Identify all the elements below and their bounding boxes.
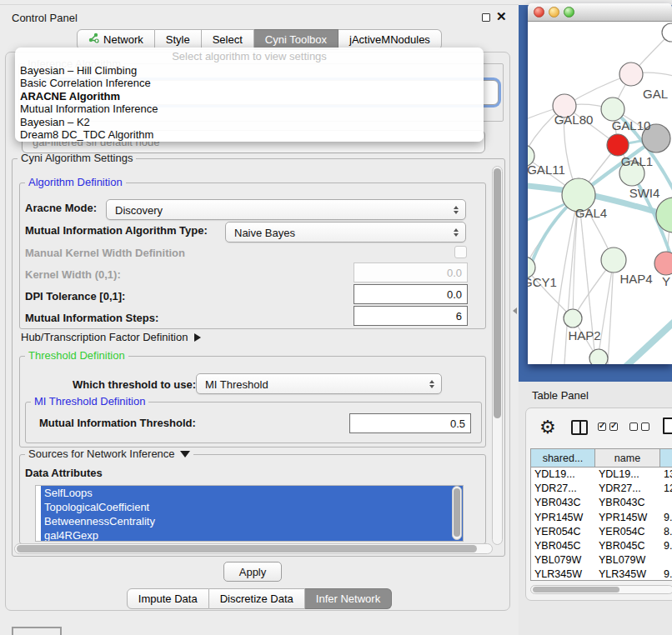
settings-horizontal-scrollbar[interactable]: [14, 543, 493, 554]
table-cell: YPR145W: [531, 511, 595, 525]
network-node[interactable]: [662, 23, 672, 42]
table-cell: 9.: [660, 539, 672, 553]
network-canvas[interactable]: GALGAL80GAL10GAL1GAL11SWI4GAL4GCY1HAP4YH…: [528, 22, 672, 364]
algorithm-option-mutual-information-inference[interactable]: Mutual Information Inference: [15, 102, 484, 115]
table-cell: 9.: [660, 511, 672, 525]
control-panel-title: Control Panel: [12, 12, 78, 24]
mi-threshold-group-title: MI Threshold Definition: [31, 395, 148, 408]
algorithm-option-dream8-dc-tdc-algorithm[interactable]: Dream8 DC_TDC Algorithm: [15, 128, 484, 141]
combo-arrows-icon: [429, 380, 434, 388]
deselect-all-icon[interactable]: [629, 422, 649, 431]
new-table-icon[interactable]: [663, 418, 672, 434]
mi-type-combo[interactable]: Naive Bayes: [225, 222, 466, 242]
algorithm-dropdown-popup: Select algorithm to view settings Bayesi…: [15, 48, 484, 142]
float-icon[interactable]: [482, 13, 490, 22]
settings-vertical-scrollbar[interactable]: [492, 166, 503, 545]
tab-discretize-data[interactable]: Discretize Data: [209, 588, 305, 609]
collapse-down-icon[interactable]: [180, 451, 190, 458]
dpi-tolerance-field[interactable]: 0.0: [354, 284, 468, 304]
tab-infer-network[interactable]: Infer Network: [305, 588, 392, 609]
network-node-gal10[interactable]: [601, 98, 624, 121]
table-cell: YBR043C: [531, 496, 595, 510]
sources-title: Sources for Network Inference: [25, 448, 193, 460]
network-node[interactable]: [589, 349, 608, 364]
close-button[interactable]: [534, 7, 544, 18]
table-row[interactable]: YBR043CYBR043C: [531, 496, 672, 510]
kernel-width-field[interactable]: 0.0: [354, 262, 468, 282]
table-row[interactable]: YDL19...YDL19...13: [531, 468, 672, 482]
which-threshold-combo[interactable]: MI Threshold: [196, 373, 442, 394]
network-node-label: SWI4: [629, 186, 660, 200]
mi-threshold-field[interactable]: 0.5: [349, 413, 471, 433]
network-view-window[interactable]: GALGAL80GAL10GAL1GAL11SWI4GAL4GCY1HAP4YH…: [528, 3, 672, 364]
network-icon: [88, 30, 99, 50]
hub-definition-expander[interactable]: Hub/Transcription Factor Definition: [21, 331, 201, 343]
column-header-2[interactable]: [660, 449, 672, 468]
network-node-hap4[interactable]: [601, 248, 626, 272]
scrollbar-thumb[interactable]: [17, 545, 477, 552]
scrollbar-thumb[interactable]: [533, 587, 619, 592]
table-row[interactable]: YLR345WYLR345W9.: [531, 568, 672, 581]
column-layout-icon[interactable]: [571, 420, 588, 435]
scrollbar-thumb[interactable]: [454, 488, 460, 537]
aracne-mode-combo[interactable]: Discovery: [106, 199, 466, 220]
attribute-list-scrollbar[interactable]: [452, 486, 462, 540]
table-horizontal-scrollbar[interactable]: [530, 585, 672, 594]
hub-definition-label: Hub/Transcription Factor Definition: [21, 331, 188, 343]
close-icon[interactable]: ✕: [496, 9, 507, 24]
network-node-gal1[interactable]: [607, 134, 629, 156]
algorithm-option-bayesian-hill-climbing[interactable]: Bayesian – Hill Climbing: [15, 64, 484, 77]
which-threshold-label: Which threshold to use:: [73, 378, 196, 391]
attribute-item-selfloops[interactable]: SelfLoops: [41, 486, 463, 500]
apply-button[interactable]: Apply: [223, 562, 282, 582]
mi-type-label: Mutual Information Algorithm Type:: [25, 224, 208, 237]
table-row[interactable]: YBR045CYBR045C9.: [531, 539, 672, 553]
tab-impute-data[interactable]: Impute Data: [127, 588, 209, 609]
manual-kernel-checkbox[interactable]: [454, 246, 467, 258]
control-panel-titlebar: Control Panel ✕: [0, 4, 519, 28]
select-all-icon[interactable]: [598, 422, 618, 431]
unchecked-box-icon: [629, 422, 638, 431]
network-node-label: GCY1: [528, 275, 557, 289]
mi-threshold-group: MI Threshold Definition Mutual Informati…: [25, 402, 482, 443]
expand-right-icon: [194, 333, 201, 342]
table-row[interactable]: YDR27...YDR27...12: [531, 482, 672, 496]
table-row[interactable]: YPR145WYPR145W9.: [531, 511, 672, 525]
mi-steps-field[interactable]: 6: [354, 306, 468, 326]
aracne-mode-label: Aracne Mode:: [25, 202, 97, 214]
network-edge: [609, 318, 672, 364]
attribute-item-gal4rgexp[interactable]: gal4RGexp: [41, 528, 463, 542]
table-cell: [660, 553, 672, 568]
scrollbar-thumb[interactable]: [494, 168, 501, 418]
attribute-item-betweennesscentrality[interactable]: BetweennessCentrality: [41, 514, 463, 528]
algorithm-option-basic-correlation-inference[interactable]: Basic Correlation Inference: [15, 77, 484, 89]
manual-kernel-label: Manual Kernel Width Definition: [25, 247, 185, 259]
network-window-titlebar[interactable]: [528, 3, 672, 22]
table-cell: [660, 496, 672, 510]
settings-gear-icon[interactable]: ⚙: [539, 417, 556, 438]
algorithm-option-bayesian-k2[interactable]: Bayesian – K2: [15, 116, 484, 128]
network-node-y[interactable]: [654, 252, 672, 275]
minimize-button[interactable]: [549, 7, 559, 18]
table-row[interactable]: YER054CYER054C8.: [531, 525, 672, 539]
minimized-panel-icon[interactable]: [12, 627, 62, 635]
aracne-mode-value: Discovery: [115, 203, 163, 216]
column-header-shared-[interactable]: shared...: [531, 449, 595, 468]
column-header-name[interactable]: name: [595, 449, 660, 468]
network-node-gal[interactable]: [619, 62, 643, 86]
splitter-collapse-icon[interactable]: [513, 308, 517, 314]
network-node-label: GAL4: [575, 206, 607, 220]
table-cell: YBR045C: [595, 539, 660, 553]
zoom-button[interactable]: [564, 7, 574, 18]
tab-label: jActiveMNodules: [349, 30, 430, 50]
algorithm-option-aracne-algorithm[interactable]: ARACNE Algorithm: [15, 90, 484, 102]
attribute-item-topologicalcoefficient[interactable]: TopologicalCoefficient: [41, 500, 463, 514]
algorithm-definition-title: Algorithm Definition: [25, 176, 126, 188]
data-attributes-list[interactable]: SelfLoopsTopologicalCoefficientBetweenne…: [35, 485, 464, 542]
table-row[interactable]: YBL079WYBL079W: [531, 553, 672, 568]
kernel-width-value: 0.0: [447, 267, 462, 279]
which-threshold-value: MI Threshold: [205, 378, 268, 390]
table-cell: YDR27...: [595, 482, 660, 496]
tab-label: Impute Data: [138, 589, 198, 609]
network-node-hap2[interactable]: [564, 309, 582, 328]
